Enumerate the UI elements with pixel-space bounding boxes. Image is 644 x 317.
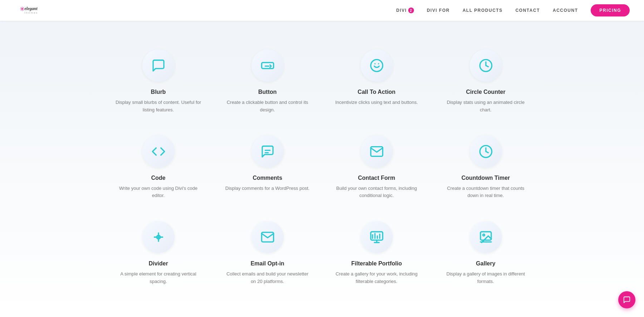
contact-form-icon (370, 144, 384, 159)
module-card-divider[interactable]: Divider A simple element for creating ve… (107, 214, 209, 300)
module-desc-button: Create a clickable button and control it… (224, 99, 311, 114)
module-desc-comments: Display comments for a WordPress post. (225, 185, 309, 192)
module-title-gallery: Gallery (476, 260, 495, 267)
module-card-circle-counter[interactable]: Circle Counter Display stats using an an… (435, 42, 537, 128)
code-icon-wrap (142, 135, 175, 168)
svg-text:themes: themes (25, 11, 38, 14)
nav-contact[interactable]: CONTACT (516, 8, 540, 13)
blurb-icon (151, 58, 166, 73)
nav-divi-for[interactable]: DIVI FOR (427, 8, 450, 13)
module-desc-countdown-timer: Create a countdown timer that counts dow… (442, 185, 530, 200)
module-title-email-optin: Email Opt-in (250, 260, 284, 267)
circle-counter-icon (479, 58, 493, 73)
module-desc-filterable-portfolio: Create a gallery for your work, includin… (333, 270, 420, 285)
module-title-contact-form: Contact Form (358, 175, 395, 181)
countdown-icon-wrap (470, 135, 502, 168)
module-card-filterable-portfolio[interactable]: Filterable Portfolio Create a gallery fo… (326, 214, 428, 300)
chat-bubble[interactable] (618, 291, 635, 308)
module-title-circle-counter: Circle Counter (466, 89, 505, 95)
module-card-button[interactable]: Button Create a clickable button and con… (216, 42, 318, 128)
divider-icon (151, 230, 166, 244)
module-desc-blurb: Display small blurbs of content. Useful … (114, 99, 202, 114)
button-icon (260, 58, 275, 73)
circle-counter-icon-wrap (470, 49, 502, 82)
module-card-comments[interactable]: Comments Display comments for a WordPres… (216, 128, 318, 214)
module-desc-gallery: Display a gallery of images in different… (442, 270, 530, 285)
email-icon-wrap (252, 221, 284, 253)
module-title-countdown-timer: Countdown Timer (462, 175, 510, 181)
module-title-blurb: Blurb (151, 89, 166, 95)
logo[interactable]: elegant themes ✳ (14, 4, 57, 17)
nav-all-products[interactable]: ALL PRODUCTS (463, 8, 503, 13)
navbar: elegant themes ✳ DIVI 2 DIVI FOR ALL PRO… (0, 0, 644, 21)
countdown-icon (479, 144, 493, 159)
module-desc-code: Write your own code using Divi's code ed… (114, 185, 202, 200)
main-content: Blurb Display small blurbs of content. U… (0, 21, 644, 317)
code-icon (151, 144, 166, 159)
module-title-comments: Comments (253, 175, 282, 181)
button-icon-wrap (252, 49, 284, 82)
module-card-email-optin[interactable]: Email Opt-in Collect emails and build yo… (216, 214, 318, 300)
modules-grid: Blurb Display small blurbs of content. U… (107, 42, 537, 300)
module-desc-contact-form: Build your own contact forms, including … (333, 185, 420, 200)
divi-badge-count: 2 (408, 8, 414, 13)
nav-links: DIVI 2 DIVI FOR ALL PRODUCTS CONTACT ACC… (396, 4, 630, 16)
module-card-call-to-action[interactable]: Call To Action Incentivize clicks using … (326, 42, 428, 128)
nav-divi[interactable]: DIVI 2 (396, 8, 414, 13)
portfolio-icon-wrap (361, 221, 393, 253)
cta-icon (370, 58, 384, 73)
module-card-contact-form[interactable]: Contact Form Build your own contact form… (326, 128, 428, 214)
gallery-icon-wrap (470, 221, 502, 253)
divider-icon-wrap (142, 221, 175, 253)
pricing-button[interactable]: PRICING (591, 4, 630, 16)
svg-text:elegant: elegant (25, 6, 38, 11)
svg-point-5 (371, 59, 382, 71)
module-desc-email-optin: Collect emails and build your newsletter… (224, 270, 311, 285)
module-card-countdown-timer[interactable]: Countdown Timer Create a countdown timer… (435, 128, 537, 214)
module-card-gallery[interactable]: Gallery Display a gallery of images in d… (435, 214, 537, 300)
svg-point-23 (483, 234, 484, 236)
module-title-call-to-action: Call To Action (358, 89, 396, 95)
blurb-icon-wrap (142, 49, 175, 82)
module-title-button: Button (258, 89, 277, 95)
module-title-divider: Divider (148, 260, 168, 267)
contact-form-icon-wrap (361, 135, 393, 168)
module-title-filterable-portfolio: Filterable Portfolio (351, 260, 402, 267)
portfolio-icon (370, 230, 384, 244)
svg-text:✳: ✳ (20, 6, 25, 12)
module-card-blurb[interactable]: Blurb Display small blurbs of content. U… (107, 42, 209, 128)
module-title-code: Code (151, 175, 166, 181)
comments-icon-wrap (252, 135, 284, 168)
module-desc-divider: A simple element for creating vertical s… (114, 270, 202, 285)
comments-icon (260, 144, 275, 159)
email-icon (260, 230, 275, 244)
module-card-code[interactable]: Code Write your own code using Divi's co… (107, 128, 209, 214)
module-desc-circle-counter: Display stats using an animated circle c… (442, 99, 530, 114)
gallery-icon (479, 230, 493, 244)
module-desc-call-to-action: Incentivize clicks using text and button… (335, 99, 418, 106)
cta-icon-wrap (361, 49, 393, 82)
nav-account[interactable]: ACCOUNT (553, 8, 578, 13)
